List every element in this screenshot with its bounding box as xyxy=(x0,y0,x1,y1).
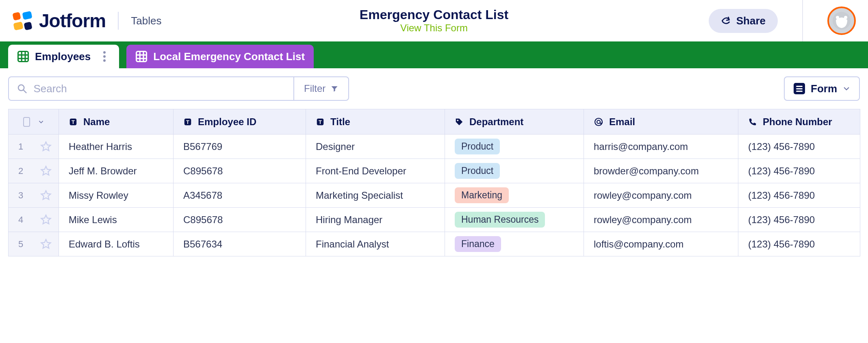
svg-rect-12 xyxy=(137,52,147,62)
svg-rect-2 xyxy=(13,22,23,30)
cell-title[interactable]: Financial Analyst xyxy=(306,232,445,256)
table-row[interactable]: 4Mike LewisC895678Hiring ManagerHuman Re… xyxy=(9,208,860,232)
cell-department[interactable]: Product xyxy=(445,135,584,159)
tab-label: Employees xyxy=(35,50,91,63)
star-icon[interactable] xyxy=(40,141,52,152)
svg-point-6 xyxy=(844,16,847,19)
tab-local-emergency[interactable]: Local Emergency Contact List xyxy=(126,45,314,68)
cell-phone[interactable]: (123) 456-7890 xyxy=(738,159,860,183)
cell-name[interactable]: Edward B. Loftis xyxy=(59,232,174,256)
row-index: 5 xyxy=(9,232,33,256)
star-icon[interactable] xyxy=(40,165,52,177)
svg-text:T: T xyxy=(319,119,322,125)
row-star[interactable] xyxy=(33,183,59,207)
cell-department[interactable]: Human Resources xyxy=(445,208,584,232)
text-icon: T xyxy=(316,117,325,126)
cell-employee-id[interactable]: A345678 xyxy=(174,183,306,208)
divider xyxy=(118,12,119,30)
cell-email[interactable]: harris@company.com xyxy=(584,135,738,159)
share-button[interactable]: Share xyxy=(709,9,778,33)
col-title[interactable]: TTitle xyxy=(306,109,445,135)
search-box[interactable] xyxy=(9,77,293,100)
table-row[interactable]: 3Missy RowleyA345678Marketing Specialist… xyxy=(9,183,860,208)
cell-department[interactable]: Product xyxy=(445,159,584,183)
share-icon xyxy=(721,15,731,26)
form-label: Form xyxy=(811,82,837,95)
star-icon[interactable] xyxy=(40,214,52,226)
cell-employee-id[interactable]: B567634 xyxy=(174,232,306,256)
select-all-checkbox[interactable] xyxy=(23,117,30,127)
text-icon: T xyxy=(183,117,192,126)
cell-title[interactable]: Hiring Manager xyxy=(306,208,445,232)
cell-phone[interactable]: (123) 456-7890 xyxy=(738,208,860,232)
svg-point-17 xyxy=(18,85,24,91)
cell-email[interactable]: rowley@company.com xyxy=(584,183,738,208)
cell-employee-id[interactable]: C895678 xyxy=(174,159,306,183)
cell-department[interactable]: Finance xyxy=(445,232,584,256)
tab-employees[interactable]: Employees xyxy=(8,45,119,68)
cell-title[interactable]: Marketing Specialist xyxy=(306,183,445,208)
cell-employee-id[interactable]: B567769 xyxy=(174,135,306,159)
share-label: Share xyxy=(736,15,766,27)
col-employee-id[interactable]: TEmployee ID xyxy=(174,109,306,135)
cell-phone[interactable]: (123) 456-7890 xyxy=(738,135,860,159)
form-view-button[interactable]: Form xyxy=(784,76,860,101)
row-star[interactable] xyxy=(33,208,59,232)
row-index: 4 xyxy=(9,208,33,232)
cell-phone[interactable]: (123) 456-7890 xyxy=(738,232,860,256)
cell-phone[interactable]: (123) 456-7890 xyxy=(738,183,860,208)
tab-menu-button[interactable] xyxy=(99,51,110,62)
chevron-down-icon xyxy=(843,85,850,92)
star-icon[interactable] xyxy=(40,190,52,201)
svg-point-27 xyxy=(597,120,600,124)
col-email[interactable]: Email xyxy=(584,109,738,135)
star-icon[interactable] xyxy=(40,239,52,250)
search-icon xyxy=(17,83,27,94)
toolbar: Filter Form xyxy=(0,68,868,109)
cell-email[interactable]: loftis@company.com xyxy=(584,232,738,256)
svg-point-26 xyxy=(595,118,602,126)
svg-line-18 xyxy=(24,90,26,93)
department-tag: Human Resources xyxy=(455,212,545,228)
cell-email[interactable]: browder@company.com xyxy=(584,159,738,183)
table-row[interactable]: 1Heather HarrisB567769DesignerProducthar… xyxy=(9,135,860,159)
search-input[interactable] xyxy=(33,82,285,95)
chevron-down-icon[interactable] xyxy=(38,117,44,126)
cell-name[interactable]: Mike Lewis xyxy=(59,208,174,232)
col-name[interactable]: TName xyxy=(59,109,174,135)
row-star[interactable] xyxy=(33,159,59,183)
cell-email[interactable]: rowley@company.com xyxy=(584,208,738,232)
text-icon: T xyxy=(69,117,78,126)
cell-employee-id[interactable]: C895678 xyxy=(174,208,306,232)
col-department[interactable]: Department xyxy=(445,109,584,135)
cell-title[interactable]: Designer xyxy=(306,135,445,159)
row-index: 3 xyxy=(9,183,33,207)
tag-icon xyxy=(455,117,464,126)
cell-department[interactable]: Marketing xyxy=(445,183,584,208)
cell-name[interactable]: Missy Rowley xyxy=(59,183,174,208)
svg-point-5 xyxy=(836,16,839,19)
view-form-link[interactable]: View This Form xyxy=(400,22,468,33)
avatar-icon xyxy=(832,11,851,30)
row-star[interactable] xyxy=(33,232,59,256)
cell-name[interactable]: Heather Harris xyxy=(59,135,174,159)
filter-button[interactable]: Filter xyxy=(293,77,348,100)
table-row[interactable]: 5Edward B. LoftisB567634Financial Analys… xyxy=(9,232,860,256)
user-avatar[interactable] xyxy=(827,7,856,35)
tab-label: Local Emergency Contact List xyxy=(153,50,305,63)
brand-name: Jotform xyxy=(39,10,106,32)
filter-label: Filter xyxy=(304,83,326,94)
table-row[interactable]: 2Jeff M. BrowderC895678Front-End Develop… xyxy=(9,159,860,183)
document-title[interactable]: Emergency Contact List xyxy=(360,7,508,22)
header-row: TName TEmployee ID TTitle Department Ema… xyxy=(9,109,860,135)
cell-title[interactable]: Front-End Developer xyxy=(306,159,445,183)
svg-rect-0 xyxy=(12,12,21,20)
grid-icon xyxy=(17,50,29,63)
row-index: 2 xyxy=(9,159,33,183)
department-tag: Finance xyxy=(455,236,501,252)
brand-logo[interactable]: Jotform xyxy=(12,10,106,32)
col-phone[interactable]: Phone Number xyxy=(738,109,860,135)
form-icon xyxy=(794,83,805,94)
row-star[interactable] xyxy=(33,135,59,158)
cell-name[interactable]: Jeff M. Browder xyxy=(59,159,174,183)
